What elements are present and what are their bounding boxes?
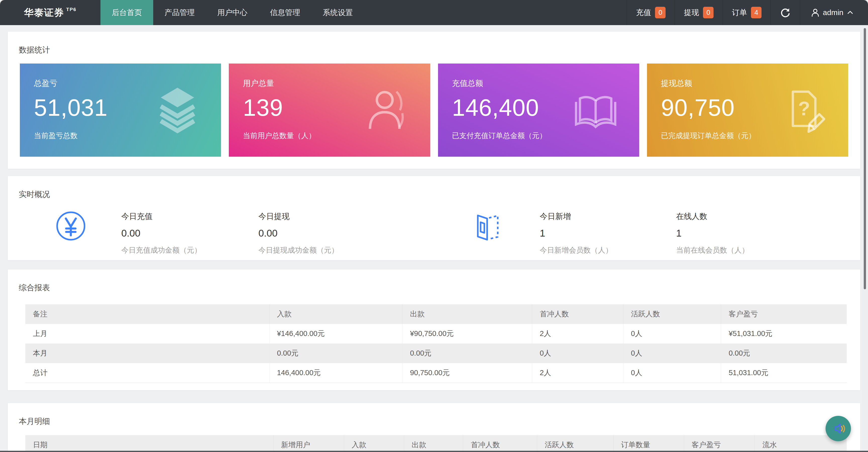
recharge-shortcut[interactable]: 充值 0: [627, 0, 675, 25]
username: admin: [823, 8, 843, 17]
cell: ¥90,750.00元: [402, 324, 532, 344]
chevron-up-icon: [846, 9, 854, 16]
stat-card-total-profit: 总盈亏 51,031 当前盈亏总数: [20, 64, 221, 157]
col-header: 首冲人数: [463, 435, 537, 452]
rt-label: 今日充值: [121, 211, 202, 222]
withdraw-badge: 0: [703, 7, 714, 18]
stat-card-total-withdraw: 提现总额 90,750 已完成提现订单总金额（元） ?: [647, 64, 848, 157]
report-panel: 综合报表 备注 入款 出款 首冲人数 活跃人数 客户盈亏 上月 ¥14: [8, 269, 860, 390]
navbar-right: 充值 0 提现 0 订单 4 a: [627, 0, 868, 25]
col-header: 客户盈亏: [684, 435, 755, 452]
table-row-last-month: 上月 ¥146,400.00元 ¥90,750.00元 2人 0人 ¥51,03…: [25, 324, 847, 344]
orders-shortcut[interactable]: 订单 4: [722, 0, 771, 25]
user-menu[interactable]: admin: [800, 0, 868, 25]
main-nav: 后台首页 产品管理 用户中心 信息管理 系统设置: [100, 0, 364, 25]
rt-label: 今日提现: [258, 211, 339, 222]
scrollbar-thumb[interactable]: [864, 28, 866, 289]
card-value: 146,400: [452, 94, 539, 121]
cell: 0人: [623, 324, 721, 344]
month-detail-header-row: 日期 新增用户 入款 出款 首冲人数 活跃人数 订单数量 客户盈亏 流水: [25, 435, 847, 452]
report-table: 备注 入款 出款 首冲人数 活跃人数 客户盈亏 上月 ¥146,400.00元 …: [25, 304, 847, 383]
card-desc: 当前用户总数量（人）: [243, 131, 316, 141]
cell: 0人: [623, 344, 721, 363]
person-icon: [811, 8, 820, 17]
cell: 0.00元: [402, 344, 532, 363]
rt-desc: 当前在线会员数（人）: [676, 245, 749, 255]
cell: 0人: [623, 363, 721, 383]
rt-value: 0.00: [121, 228, 202, 239]
cell: ¥146,400.00元: [269, 324, 402, 344]
realtime-item-withdraw-today: 今日提现 0.00 今日提现成功金额（元）: [258, 211, 339, 255]
nav-tab-settings[interactable]: 系统设置: [311, 0, 364, 25]
cell: 146,400.00元: [269, 363, 402, 383]
nav-tab-products[interactable]: 产品管理: [153, 0, 206, 25]
rt-desc: 今日充值成功金额（元）: [121, 245, 202, 255]
cell: 2人: [532, 324, 623, 344]
speaker-icon: [831, 421, 846, 436]
refresh-button[interactable]: [771, 0, 800, 25]
report-header-row: 备注 入款 出款 首冲人数 活跃人数 客户盈亏: [25, 304, 847, 324]
rt-label: 在线人数: [676, 211, 749, 222]
realtime-item-recharge-today: 今日充值 0.00 今日充值成功金额（元）: [121, 211, 202, 255]
sound-fab-button[interactable]: [826, 416, 851, 441]
stat-cards: 总盈亏 51,031 当前盈亏总数 用户总量 139 当前用户总数量（人）: [20, 64, 848, 157]
app-logo-version: TP6: [66, 7, 76, 12]
card-value: 90,750: [661, 94, 735, 121]
col-header: 活跃人数: [537, 435, 613, 452]
realtime-panel: 实时概况 今日充值 0.00 今日充值成功金额（元） 今日提现 0.00 今日提…: [8, 176, 860, 260]
rt-value: 1: [676, 228, 749, 239]
table-row-this-month: 本月 0.00元 0.00元 0人 0人 0.00元: [25, 344, 847, 363]
recharge-label: 充值: [636, 7, 651, 18]
svg-text:?: ?: [798, 97, 810, 119]
card-desc: 已支付充值订单总金额（元）: [452, 131, 547, 141]
yen-circle-icon: [55, 211, 86, 241]
nav-tab-dashboard[interactable]: 后台首页: [100, 0, 153, 25]
card-label: 总盈亏: [34, 78, 57, 89]
cell: 0.00元: [721, 344, 847, 363]
col-header: 订单数量: [613, 435, 684, 452]
window-bottom-edge: [0, 451, 868, 452]
app-logo[interactable]: 华泰证券 TP6: [0, 0, 100, 25]
browser-window: 华泰证券 TP6 后台首页 产品管理 用户中心 信息管理 系统设置 充值 0 提…: [0, 0, 868, 452]
realtime-item-online: 在线人数 1 当前在线会员数（人）: [676, 211, 749, 255]
rt-desc: 今日提现成功金额（元）: [258, 245, 339, 255]
col-header: 新增用户: [274, 435, 344, 452]
nav-tab-info[interactable]: 信息管理: [259, 0, 311, 25]
withdraw-shortcut[interactable]: 提现 0: [675, 0, 722, 25]
stats-title: 数据统计: [8, 32, 860, 55]
col-header: 活跃人数: [623, 304, 721, 324]
cell: 上月: [25, 324, 269, 344]
cell: 0.00元: [269, 344, 402, 363]
recharge-badge: 0: [655, 7, 665, 18]
card-value: 139: [243, 94, 283, 121]
card-label: 充值总额: [452, 78, 483, 89]
layers-icon: [153, 86, 202, 135]
stat-card-total-recharge: 充值总额 146,400 已支付充值订单总金额（元）: [438, 64, 639, 157]
open-book-icon: [571, 86, 620, 135]
withdraw-label: 提现: [684, 7, 699, 18]
cell: 90,750.00元: [402, 363, 532, 383]
col-header: 首冲人数: [532, 304, 623, 324]
refresh-icon: [780, 7, 791, 18]
card-desc: 已完成提现订单总金额（元）: [661, 131, 756, 141]
col-header: 入款: [269, 304, 402, 324]
rt-label: 今日新增: [540, 211, 613, 222]
realtime-title: 实时概况: [8, 176, 860, 200]
month-detail-title: 本月明细: [8, 403, 860, 427]
report-title: 综合报表: [8, 269, 860, 293]
month-detail-panel: 本月明细 日期 新增用户 入款 出款 首冲人数 活跃人数 订单数量 客户盈亏 流…: [8, 403, 860, 452]
cell: 总计: [25, 363, 269, 383]
nav-tab-users[interactable]: 用户中心: [206, 0, 259, 25]
doc-question-icon: ?: [780, 86, 829, 135]
col-header: 日期: [25, 435, 274, 452]
cell: 本月: [25, 344, 269, 363]
app-logo-text: 华泰证券: [24, 6, 64, 19]
stats-panel: 数据统计 总盈亏 51,031 当前盈亏总数 用户总量 139 当前用户总数量（…: [8, 32, 860, 169]
cell: ¥51,031.00元: [721, 324, 847, 344]
rt-desc: 今日新增会员数（人）: [540, 245, 613, 255]
table-row-total: 总计 146,400.00元 90,750.00元 2人 0人 51,031.0…: [25, 363, 847, 383]
rt-value: 1: [540, 228, 613, 239]
realtime-item-new-members: 今日新增 1 今日新增会员数（人）: [540, 211, 613, 255]
cell: 51,031.00元: [721, 363, 847, 383]
card-label: 提现总额: [661, 78, 692, 89]
